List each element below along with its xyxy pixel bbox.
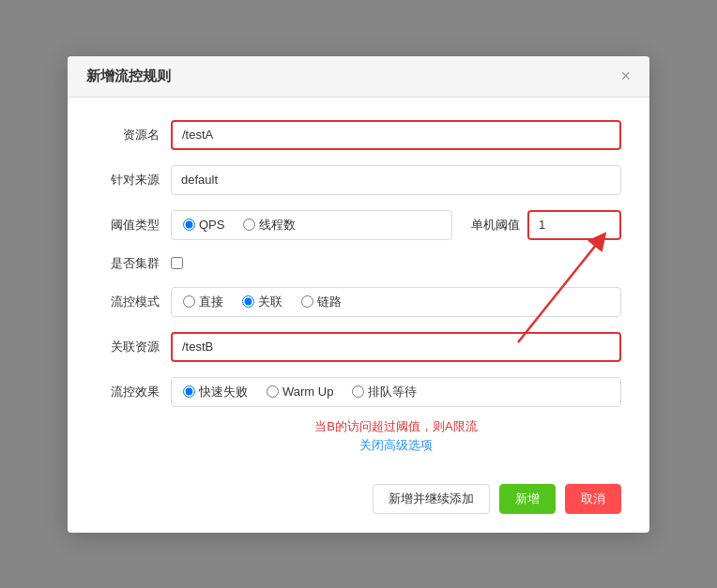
related-resource-label: 关联资源	[96, 339, 171, 355]
add-continue-button[interactable]: 新增并继续添加	[373, 484, 490, 514]
threshold-type-label: 阈值类型	[96, 217, 171, 234]
info-section: 当B的访问超过阈值，则A限流 关闭高级选项	[171, 418, 621, 454]
cancel-button[interactable]: 取消	[565, 484, 621, 514]
direct-label: 直接	[199, 294, 223, 310]
flow-mode-label: 流控模式	[96, 294, 171, 310]
source-label: 针对来源	[96, 172, 171, 188]
qps-label: QPS	[199, 218, 224, 232]
single-threshold-input[interactable]	[527, 210, 621, 240]
queue-label: 排队等待	[368, 384, 417, 400]
modal-dialog: 新增流控规则 × 资源名 针对来源 阈值类型 QPS	[68, 56, 649, 533]
modal-header: 新增流控规则 ×	[68, 56, 649, 98]
notice-text: 当B的访问超过阈值，则A限流	[171, 418, 621, 435]
cluster-checkbox[interactable]	[171, 257, 183, 269]
queue-radio[interactable]	[352, 385, 364, 398]
chain-radio[interactable]	[301, 295, 313, 308]
direct-radio[interactable]	[183, 295, 195, 308]
related-radio[interactable]	[242, 295, 254, 308]
related-resource-row: 关联资源	[96, 332, 621, 362]
source-row: 针对来源	[96, 165, 621, 195]
source-input[interactable]	[171, 165, 621, 195]
qps-radio[interactable]	[183, 219, 195, 231]
queue-option[interactable]: 排队等待	[352, 384, 417, 400]
threads-option[interactable]: 线程数	[243, 217, 296, 234]
flow-effect-group: 快速失败 Warm Up 排队等待	[171, 377, 621, 407]
related-resource-input[interactable]	[171, 332, 621, 362]
fast-fail-label: 快速失败	[199, 384, 248, 400]
resource-name-label: 资源名	[96, 127, 171, 143]
cluster-checkbox-group	[171, 257, 183, 269]
chain-label: 链路	[317, 294, 342, 310]
modal-body: 资源名 针对来源 阈值类型 QPS 线程数	[68, 98, 649, 469]
fast-fail-option[interactable]: 快速失败	[183, 384, 248, 400]
fast-fail-radio[interactable]	[183, 385, 195, 398]
flow-effect-row: 流控效果 快速失败 Warm Up 排队等待	[96, 377, 621, 407]
flow-mode-group: 直接 关联 链路	[171, 287, 621, 317]
cluster-row: 是否集群	[96, 255, 621, 272]
warm-up-label: Warm Up	[282, 384, 333, 399]
flow-mode-row: 流控模式 直接 关联 链路	[96, 287, 621, 317]
threshold-type-group: QPS 线程数	[171, 210, 452, 240]
threads-label: 线程数	[259, 217, 296, 234]
resource-name-input[interactable]	[171, 120, 621, 150]
modal-title: 新增流控规则	[86, 68, 171, 85]
single-threshold-label: 单机阈值	[471, 217, 520, 234]
related-option[interactable]: 关联	[242, 294, 282, 310]
flow-effect-label: 流控效果	[96, 384, 171, 400]
modal-footer: 新增并继续添加 新增 取消	[68, 469, 649, 533]
qps-option[interactable]: QPS	[183, 218, 224, 232]
cluster-label: 是否集群	[96, 255, 171, 272]
close-button[interactable]: ×	[620, 68, 631, 84]
direct-option[interactable]: 直接	[183, 294, 223, 310]
resource-name-row: 资源名	[96, 120, 621, 150]
threshold-type-row: 阈值类型 QPS 线程数 单机阈值	[96, 210, 621, 240]
chain-option[interactable]: 链路	[301, 294, 342, 310]
related-label: 关联	[258, 294, 282, 310]
add-button[interactable]: 新增	[499, 484, 556, 514]
warm-up-option[interactable]: Warm Up	[267, 384, 333, 399]
threads-radio[interactable]	[243, 219, 255, 231]
advanced-options-link[interactable]: 关闭高级选项	[171, 437, 621, 454]
warm-up-radio[interactable]	[267, 385, 279, 398]
single-threshold-group: 单机阈值	[471, 210, 621, 240]
